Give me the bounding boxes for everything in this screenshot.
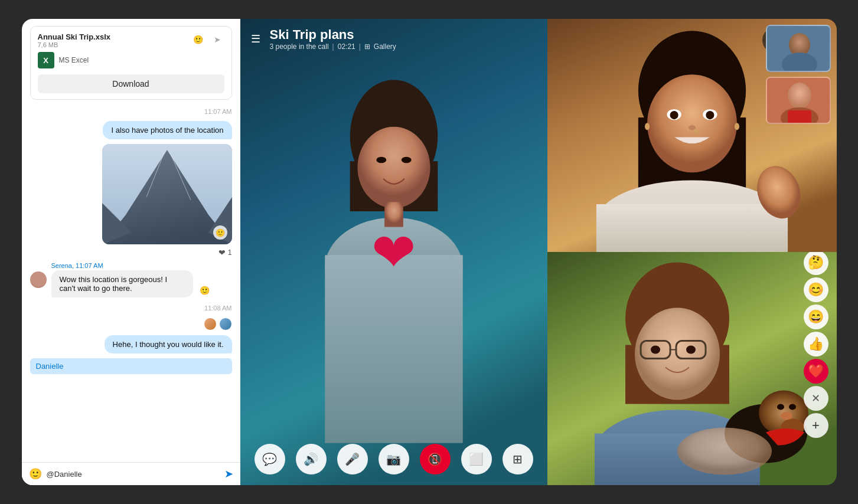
reaction-sidebar: 😢 🤔 😊 😄 👍 ❤️ ✕ + xyxy=(804,252,828,438)
svg-point-57 xyxy=(789,404,796,410)
message-bubble-hehe: Hehe, I thought you would like it. xyxy=(105,335,232,354)
call-duration: 02:21 xyxy=(338,42,355,51)
mention-chip-danielle: Danielle xyxy=(30,358,232,374)
message-serena: Serena, 11:07 AM Wow this location is go… xyxy=(30,262,232,299)
svg-rect-15 xyxy=(325,255,462,443)
video-call-title: Ski Trip plans xyxy=(270,27,537,42)
file-name: Annual Ski Trip.xslx xyxy=(38,32,191,41)
svg-point-35 xyxy=(688,125,695,130)
screen-share-button[interactable]: ⬜ xyxy=(461,444,492,474)
message-bubble-serena: Wow this location is gorgeous! I can't w… xyxy=(51,270,193,297)
file-type-label: MS Excel xyxy=(59,56,89,64)
svg-point-45 xyxy=(635,308,720,400)
svg-point-37 xyxy=(734,123,739,130)
heart-reaction-row: ❤ 1 xyxy=(218,248,232,257)
video-topbar: ☰ Ski Trip plans 3 people in the call | … xyxy=(240,19,547,59)
chat-messages-list: Annual Ski Trip.xslx 7,6 MB 🙂 ➤ X MS Exc… xyxy=(22,19,240,462)
heart-emoji: ❤ xyxy=(218,248,226,257)
timestamp-1108: 11:08 AM xyxy=(30,305,232,312)
file-size: 7,6 MB xyxy=(38,41,191,48)
svg-point-58 xyxy=(781,412,792,420)
chat-control-button[interactable]: 💬 xyxy=(255,444,285,474)
main-presenter-video xyxy=(240,19,547,485)
gallery-label: Gallery xyxy=(374,42,396,51)
gallery-icon: ⊞ xyxy=(364,42,370,51)
svg-point-32 xyxy=(670,111,678,119)
reaction-thinking[interactable]: 🤔 xyxy=(804,252,828,275)
message-bubble-photos: I also have photos of the location xyxy=(103,121,231,139)
svg-point-11 xyxy=(357,127,430,208)
people-count: 3 people in the call xyxy=(270,42,329,51)
video-controls-bar: 💬 🔊 🎤 📷 📵 ⬜ ⊞ xyxy=(240,433,547,485)
message-input-bar: 🙂 ➤ xyxy=(22,462,240,485)
svg-point-12 xyxy=(376,157,386,163)
svg-point-49 xyxy=(651,346,660,354)
seen-avatar-2 xyxy=(219,318,232,330)
image-message-mountain[interactable]: 🙂 xyxy=(102,144,232,244)
svg-point-30 xyxy=(647,74,737,172)
speaker-control-button[interactable]: 🔊 xyxy=(296,444,327,474)
layout-button[interactable]: ⊞ xyxy=(503,444,533,474)
timestamp-1107: 11:07 AM xyxy=(30,108,232,115)
message-input[interactable] xyxy=(47,470,220,479)
mic-control-button[interactable]: 🎤 xyxy=(337,444,368,474)
reaction-thumbsup[interactable]: 👍 xyxy=(804,332,828,356)
svg-point-59 xyxy=(677,428,772,475)
mountain-image xyxy=(102,144,232,244)
end-call-button[interactable]: 📵 xyxy=(420,444,451,474)
svg-point-24 xyxy=(788,83,811,109)
svg-point-13 xyxy=(401,157,411,163)
chat-panel: Annual Ski Trip.xslx 7,6 MB 🙂 ➤ X MS Exc… xyxy=(22,19,240,485)
mini-video-thumbnails xyxy=(766,25,831,124)
device-frame: Annual Ski Trip.xslx 7,6 MB 🙂 ➤ X MS Exc… xyxy=(22,19,837,485)
reaction-smile[interactable]: 😊 xyxy=(804,277,828,302)
emoji-react-serena[interactable]: 🙂 xyxy=(200,286,210,295)
hamburger-menu-icon[interactable]: ☰ xyxy=(251,32,260,45)
svg-point-50 xyxy=(686,346,696,354)
reaction-add-button[interactable]: + xyxy=(804,413,828,438)
emoji-react-image[interactable]: 🙂 xyxy=(213,225,227,240)
reaction-heart[interactable]: ❤️ xyxy=(804,359,828,384)
excel-icon: X xyxy=(38,52,54,68)
svg-point-36 xyxy=(644,123,649,130)
seen-avatars xyxy=(204,318,232,330)
right-video-panel: ⚙ xyxy=(547,19,837,485)
emoji-reaction-icon[interactable]: 🙂 xyxy=(191,32,205,47)
svg-rect-39 xyxy=(596,204,787,252)
send-button[interactable]: ➤ xyxy=(224,467,233,480)
sender-name-serena: Serena, 11:07 AM xyxy=(51,262,193,269)
mini-video-2[interactable] xyxy=(766,77,831,124)
video-tile-person2[interactable]: 😢 🤔 😊 😄 👍 ❤️ ✕ + xyxy=(547,252,837,485)
video-call-subtitle: 3 people in the call | 02:21 | ⊞ Gallery xyxy=(270,42,537,51)
mini-video-1[interactable] xyxy=(766,25,831,72)
svg-rect-16 xyxy=(384,202,403,227)
svg-point-56 xyxy=(777,404,784,410)
reaction-close-button[interactable]: ✕ xyxy=(804,386,828,411)
emoji-picker-button[interactable]: 🙂 xyxy=(29,467,42,480)
forward-icon[interactable]: ➤ xyxy=(210,32,224,47)
video-main-area: ❤ ☰ Ski Trip plans 3 people in the call … xyxy=(240,19,547,485)
avatar-serena xyxy=(30,271,47,288)
download-button[interactable]: Download xyxy=(38,74,224,93)
reaction-laugh[interactable]: 😄 xyxy=(804,305,828,329)
svg-rect-26 xyxy=(788,110,811,124)
camera-control-button[interactable]: 📷 xyxy=(379,444,409,474)
svg-point-34 xyxy=(706,111,714,119)
seen-avatar-1 xyxy=(204,318,217,330)
svg-point-40 xyxy=(694,129,698,133)
file-attachment-card: Annual Ski Trip.xslx 7,6 MB 🙂 ➤ X MS Exc… xyxy=(30,26,232,100)
reaction-count: 1 xyxy=(228,248,232,257)
